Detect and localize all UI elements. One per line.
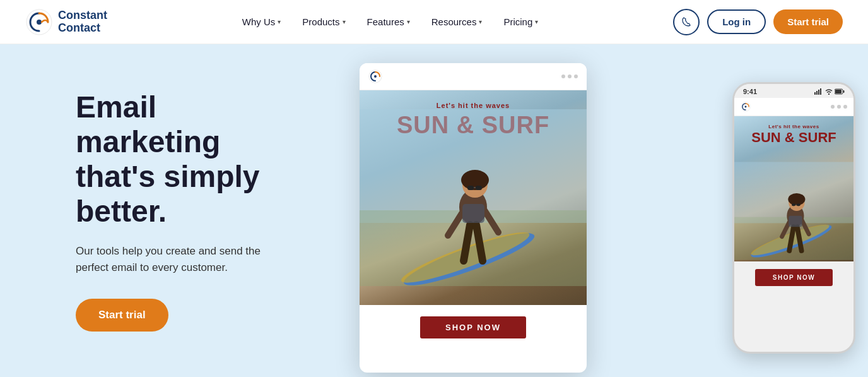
mobile-mockup-toolbar <box>734 98 853 116</box>
svg-point-23 <box>828 93 830 95</box>
chevron-down-icon: ▾ <box>407 18 410 25</box>
hero-visuals: Let's hit the waves SUN & SURF <box>328 44 868 377</box>
surfer-illustration <box>360 90 587 305</box>
mockup-toolbar <box>360 63 587 90</box>
svg-rect-22 <box>820 88 821 95</box>
nav-start-trial-button[interactable]: Start trial <box>773 9 843 34</box>
nav-actions: Log in Start trial <box>673 9 843 35</box>
nav-item-features[interactable]: Features ▾ <box>358 11 419 32</box>
mockup-cc-icon <box>368 69 382 83</box>
navbar: Constant Contact Why Us ▾ Products ▾ Fea… <box>0 0 868 44</box>
svg-point-35 <box>788 193 805 205</box>
chevron-down-icon: ▾ <box>278 18 281 25</box>
mobile-email-tagline: Let's hit the waves <box>768 124 819 129</box>
nav-item-pricing[interactable]: Pricing ▾ <box>495 11 547 32</box>
mockup-dots <box>561 75 578 78</box>
chevron-down-icon: ▾ <box>535 18 538 25</box>
login-button[interactable]: Log in <box>707 9 766 34</box>
nav-item-resources[interactable]: Resources ▾ <box>423 11 491 32</box>
hero-title: Email marketing that's simply better. <box>76 90 290 229</box>
mobile-shop-now-button[interactable]: SHOP NOW <box>755 269 833 286</box>
svg-rect-12 <box>476 186 482 190</box>
logo-icon <box>25 8 53 36</box>
mobile-email-mockup: 9:41 <box>732 82 855 354</box>
mobile-email-image: Let's hit the waves SUN & SURF <box>734 116 853 261</box>
email-shop-now-button[interactable]: SHOP NOW <box>420 316 526 338</box>
mobile-status-icons <box>814 88 845 95</box>
wifi-icon <box>825 88 833 95</box>
nav-item-why-us[interactable]: Why Us ▾ <box>233 11 290 32</box>
mobile-email-headline: SUN & SURF <box>751 129 836 146</box>
logo-text: Constant Contact <box>58 9 107 35</box>
svg-rect-37 <box>797 203 801 206</box>
desktop-email-mockup: Let's hit the waves SUN & SURF <box>360 63 587 373</box>
svg-point-28 <box>745 106 747 108</box>
svg-rect-20 <box>816 91 818 95</box>
mobile-mockup-dots <box>831 105 847 109</box>
mobile-surfer-illustration <box>734 160 853 261</box>
phone-button[interactable] <box>673 9 700 35</box>
svg-rect-21 <box>818 90 819 95</box>
svg-rect-43 <box>789 216 802 227</box>
chevron-down-icon: ▾ <box>479 18 482 25</box>
hero-subtitle: Our tools help you create and send the p… <box>76 243 290 277</box>
chevron-down-icon: ▾ <box>343 18 346 25</box>
mobile-time: 9:41 <box>743 88 757 95</box>
signal-icon <box>814 88 823 95</box>
svg-rect-26 <box>843 90 845 93</box>
logo[interactable]: Constant Contact <box>25 8 107 36</box>
svg-rect-18 <box>462 204 484 223</box>
svg-point-3 <box>374 75 377 78</box>
phone-icon <box>681 17 691 27</box>
nav-item-products[interactable]: Products ▾ <box>293 11 354 32</box>
hero-start-trial-button[interactable]: Start trial <box>76 299 168 332</box>
svg-point-10 <box>461 170 489 190</box>
svg-rect-19 <box>814 92 816 95</box>
battery-icon <box>835 88 845 95</box>
email-image-desktop: Let's hit the waves SUN & SURF <box>360 90 587 305</box>
nav-links: Why Us ▾ Products ▾ Features ▾ Resources… <box>233 11 547 32</box>
svg-rect-11 <box>467 186 474 190</box>
hero-section: Email marketing that's simply better. Ou… <box>0 44 868 377</box>
hero-content: Email marketing that's simply better. Ou… <box>0 52 328 369</box>
svg-rect-25 <box>835 90 842 93</box>
svg-rect-36 <box>792 203 795 206</box>
mobile-status-bar: 9:41 <box>734 84 853 98</box>
mobile-cc-icon <box>741 102 751 112</box>
